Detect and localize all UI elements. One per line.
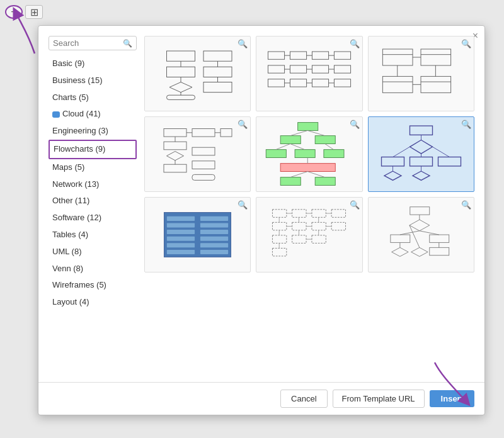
- preview-svg-7: [161, 210, 234, 260]
- preview-svg-1: [160, 45, 236, 102]
- svg-rect-104: [273, 248, 287, 256]
- svg-marker-76: [410, 140, 432, 154]
- svg-rect-45: [164, 129, 186, 137]
- svg-rect-106: [292, 222, 306, 230]
- svg-line-69: [276, 144, 290, 150]
- svg-rect-19: [268, 65, 284, 73]
- sidebar-item-layout[interactable]: Layout (4): [49, 294, 137, 311]
- zoom-icon-9[interactable]: 🔍: [461, 200, 471, 210]
- svg-marker-132: [411, 247, 428, 256]
- insert-button[interactable]: Insert: [430, 390, 474, 407]
- svg-rect-3: [166, 95, 195, 99]
- svg-rect-62: [295, 150, 315, 158]
- sidebar-item-other[interactable]: Other (11): [49, 193, 137, 210]
- svg-line-74: [307, 172, 325, 177]
- svg-rect-0: [166, 51, 195, 61]
- zoom-icon-6[interactable]: 🔍: [461, 120, 471, 129]
- zoom-icon-8[interactable]: 🔍: [350, 200, 360, 210]
- svg-marker-78: [384, 171, 401, 180]
- sidebar-item-maps[interactable]: Maps (5): [49, 159, 137, 176]
- sidebar-item-uml[interactable]: UML (8): [49, 244, 137, 261]
- sidebar-item-venn[interactable]: Venn (8): [49, 261, 137, 278]
- zoom-icon-2[interactable]: 🔍: [350, 39, 360, 48]
- template-card-6[interactable]: 🔍: [368, 116, 474, 192]
- sidebar-item-tables[interactable]: Tables (4): [49, 227, 137, 244]
- svg-rect-77: [381, 157, 404, 166]
- template-card-8[interactable]: 🔍: [256, 197, 362, 272]
- svg-rect-94: [167, 250, 195, 254]
- template-card-7[interactable]: 🔍: [144, 197, 251, 272]
- search-input[interactable]: [53, 38, 123, 48]
- sidebar-item-flowcharts[interactable]: Flowcharts (9): [49, 140, 137, 159]
- svg-rect-91: [167, 230, 195, 234]
- svg-rect-8: [203, 67, 232, 77]
- svg-rect-107: [292, 235, 306, 244]
- svg-rect-58: [298, 123, 318, 131]
- svg-rect-65: [280, 177, 301, 186]
- grid-button[interactable]: ⊞: [25, 5, 43, 19]
- svg-rect-90: [167, 223, 195, 227]
- sidebar-item-wireframes[interactable]: Wireframes (5): [49, 277, 137, 294]
- preview-svg-5: [262, 120, 357, 189]
- svg-line-67: [290, 130, 308, 135]
- svg-rect-101: [273, 210, 287, 218]
- template-card-1[interactable]: 🔍: [144, 36, 251, 111]
- svg-rect-61: [266, 150, 286, 158]
- sidebar-item-basic[interactable]: Basic (9): [49, 55, 137, 72]
- preview-svg-4: [160, 126, 236, 182]
- preview-svg-3: [380, 45, 462, 102]
- svg-rect-22: [334, 65, 350, 73]
- sidebar-item-engineering[interactable]: Engineering (3): [49, 123, 137, 140]
- sidebar-item-software[interactable]: Software (12): [49, 210, 137, 227]
- card-inner-4: [145, 117, 250, 191]
- svg-rect-80: [438, 157, 461, 166]
- template-card-5[interactable]: 🔍: [256, 116, 362, 192]
- svg-line-73: [290, 172, 308, 177]
- svg-marker-128: [410, 220, 430, 231]
- svg-rect-111: [332, 210, 346, 218]
- svg-line-68: [307, 130, 325, 135]
- zoom-icon-7[interactable]: 🔍: [238, 200, 248, 210]
- svg-rect-14: [312, 52, 328, 59]
- card-inner-9: [369, 198, 474, 272]
- toolbar: + ⊞: [5, 5, 43, 19]
- svg-rect-89: [167, 216, 195, 221]
- cancel-button[interactable]: Cancel: [280, 390, 327, 408]
- preview-svg-9: [385, 203, 457, 266]
- dialog-body: 🔍 Basic (9) Business (15) Charts (5) Clo…: [38, 26, 484, 382]
- svg-line-70: [290, 144, 305, 150]
- sidebar-item-charts[interactable]: Charts (5): [49, 89, 137, 106]
- svg-line-71: [325, 144, 334, 150]
- svg-rect-110: [312, 235, 326, 244]
- template-card-2[interactable]: 🔍: [256, 36, 362, 111]
- zoom-icon-1[interactable]: 🔍: [238, 39, 248, 48]
- svg-rect-56: [192, 161, 215, 169]
- template-card-3[interactable]: 🔍: [368, 36, 474, 111]
- preview-svg-2: [265, 45, 353, 102]
- card-inner-3: [369, 36, 474, 111]
- template-card-9[interactable]: 🔍: [368, 197, 474, 272]
- svg-rect-64: [280, 164, 335, 172]
- svg-rect-13: [290, 52, 306, 59]
- search-box[interactable]: 🔍: [49, 36, 137, 50]
- sidebar-item-cloud[interactable]: Cloud (41): [49, 106, 137, 123]
- sidebar-item-business[interactable]: Business (15): [49, 72, 137, 89]
- svg-rect-129: [391, 235, 410, 242]
- svg-marker-52: [166, 152, 183, 160]
- svg-rect-20: [290, 65, 306, 73]
- svg-rect-92: [167, 237, 195, 241]
- svg-line-135: [400, 231, 420, 235]
- zoom-icon-4[interactable]: 🔍: [238, 120, 248, 129]
- svg-rect-47: [192, 129, 215, 137]
- svg-rect-49: [220, 129, 232, 137]
- svg-rect-50: [164, 142, 186, 150]
- add-button[interactable]: +: [5, 5, 23, 19]
- zoom-icon-3[interactable]: 🔍: [461, 39, 471, 48]
- template-card-4[interactable]: 🔍: [144, 116, 251, 192]
- sidebar-item-network[interactable]: Network (13): [49, 176, 137, 193]
- svg-rect-29: [334, 79, 350, 87]
- template-url-button[interactable]: From Template URL: [333, 390, 425, 408]
- svg-rect-7: [203, 51, 232, 61]
- zoom-icon-5[interactable]: 🔍: [350, 120, 360, 129]
- svg-rect-66: [315, 177, 335, 186]
